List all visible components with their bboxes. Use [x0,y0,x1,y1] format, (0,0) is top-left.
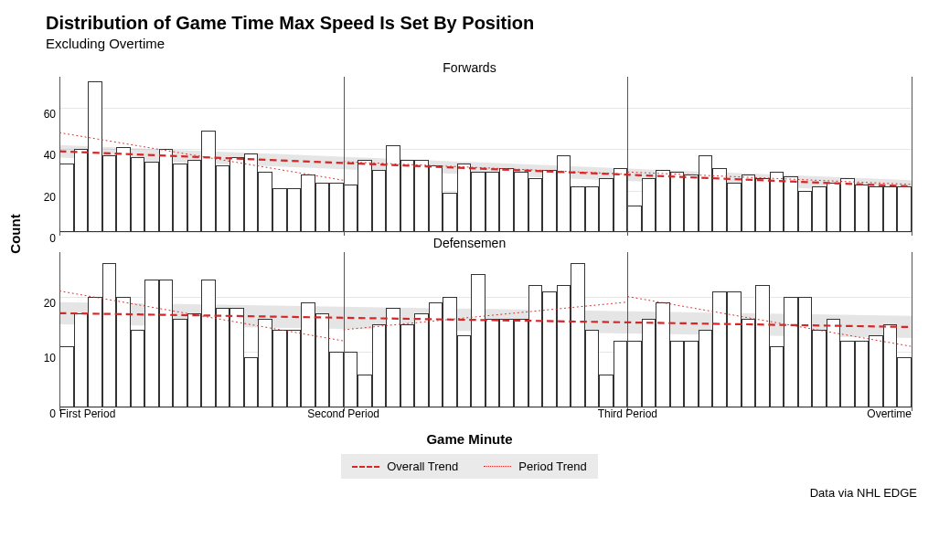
bar [386,145,400,232]
bar [755,285,770,407]
bar [59,164,74,232]
bar [599,375,614,407]
bar [542,170,557,232]
y-tick: 20 [23,297,56,310]
bar [656,170,670,232]
bar [784,176,798,232]
legend-item-overall: Overall Trend [352,460,458,473]
bar [869,335,883,407]
bar [344,185,358,232]
bar [855,341,870,407]
bar [727,291,742,408]
bar [116,297,131,407]
bar [144,280,159,407]
bar [116,147,131,232]
bar [599,178,614,232]
bar [131,330,145,407]
y-tick: 40 [23,149,56,162]
bar [699,330,713,407]
bar [471,274,486,407]
bar [571,263,585,407]
legend-label-period: Period Trend [518,460,586,473]
facet-label: Defensemen [18,236,921,250]
bar [486,319,500,407]
bar [699,155,713,232]
period-divider [344,77,345,236]
bar [159,280,174,407]
y-tick: 60 [23,108,56,121]
bar [159,149,174,232]
bar [712,168,727,232]
bar [798,297,813,407]
bar [229,157,244,232]
bar [59,346,74,407]
bar [499,168,514,232]
bar [727,183,742,232]
bar [684,174,699,232]
bar [372,170,387,232]
bar [429,302,443,407]
x-axis: First PeriodSecond PeriodThird PeriodOve… [59,407,912,428]
bar [187,160,202,232]
bar [272,330,287,407]
bar [287,330,302,407]
chart-panel [59,77,912,232]
legend-item-period: Period Trend [484,460,586,473]
bar [414,313,429,407]
bar [414,160,429,232]
bar [557,285,571,407]
bar [74,313,89,407]
period-divider [627,252,628,411]
bar [229,308,244,407]
bar [542,291,557,408]
x-tick-label: Overtime [867,407,912,420]
bar [471,172,486,232]
period-divider [627,77,628,236]
bar [187,313,202,407]
period-divider [912,77,912,236]
bar [557,155,571,232]
bar [528,178,543,232]
x-tick-label: First Period [59,407,115,420]
bar [443,297,457,407]
bar [244,153,259,232]
bar [457,335,472,407]
bar [102,263,117,407]
facet-label: Forwards [18,60,921,75]
chart-panel [59,252,912,407]
bar [742,174,756,232]
caption: Data via NHL EDGE [18,486,917,500]
bar [244,357,259,407]
bars [59,77,912,232]
bar [287,188,302,232]
bar [883,324,898,407]
bar [627,341,642,407]
bar [514,319,528,407]
bar [897,357,912,407]
bar [627,206,642,232]
bar [258,319,272,407]
bar [642,319,656,407]
bar [784,297,798,407]
bar [770,172,784,232]
bar [329,352,344,407]
bar [386,308,400,407]
bar [840,341,855,407]
legend-swatch-period-icon [484,466,511,467]
bar [329,183,344,232]
bar [357,160,372,232]
bar [372,324,387,407]
bar [301,174,315,232]
bar [812,330,827,407]
bar [344,352,358,407]
bars [59,252,912,407]
bar [88,297,102,407]
bar [869,186,883,232]
bar [670,172,685,232]
bar [315,313,330,407]
bar [755,178,770,232]
bar [102,155,117,232]
bar [400,324,415,407]
bar [827,183,841,232]
y-tick: 20 [23,191,56,204]
